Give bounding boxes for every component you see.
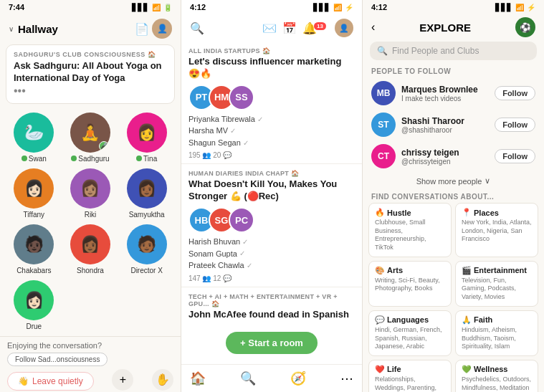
avatar-name: Director X: [130, 267, 162, 274]
avatar-circle: 🧑🏾: [127, 224, 167, 264]
topic-icon: 💚: [462, 365, 472, 374]
chevron-down-icon[interactable]: ∨: [9, 25, 14, 33]
enjoying-text: Enjoying the conversation?: [7, 341, 173, 350]
user-avatar-header[interactable]: 👤: [335, 19, 353, 37]
topic-card[interactable]: 💬 Languages Hindi, German, French, Spani…: [368, 310, 452, 356]
more-options-icon[interactable]: •••: [14, 85, 26, 97]
notifications-icon[interactable]: 🔔13: [302, 21, 329, 35]
topic-desc: Psychedelics, Outdoors, Mindfulness, Med…: [462, 376, 532, 392]
person-info: chrissy teigen @chrissyteigen: [401, 148, 489, 166]
follow-person-item: MB Marques Brownlee I make tech videos F…: [363, 77, 544, 109]
chat-stats: 195 👥 20 💬: [189, 151, 355, 159]
follow-button[interactable]: Follow: [495, 86, 535, 100]
avatar-item[interactable]: 🦢 Swan: [9, 113, 59, 163]
topic-card[interactable]: 🔥 Hustle Clubhouse, Small Business, Entr…: [368, 203, 452, 257]
avatar-name: Shondra: [77, 267, 104, 274]
topic-card[interactable]: 🎬 Entertainment Television, Fun, Gaming,…: [455, 261, 538, 307]
follow-button[interactable]: Follow: [495, 149, 535, 163]
topic-desc: Television, Fun, Gaming, Podcasts, Varie…: [462, 277, 532, 302]
chat-avatars-row: HBSGPC: [189, 207, 355, 233]
envelope-icon[interactable]: ✉️: [262, 21, 277, 35]
avatar-circle: 🧘 🎤: [70, 113, 110, 153]
document-icon[interactable]: 📄: [135, 22, 149, 36]
search-icon[interactable]: 🔍: [190, 21, 204, 35]
chat-group-title: What Doesn't Kill You, Makes You Stronge…: [189, 178, 355, 203]
chat-group-title: John McAfee found dead in Spanish prison: [189, 309, 355, 322]
add-button[interactable]: +: [112, 369, 133, 391]
people-list: MB Marques Brownlee I make tech videos F…: [363, 77, 544, 172]
home-icon[interactable]: 🏠: [190, 371, 206, 386]
club-title[interactable]: Ask Sadhguru: All About Yoga on Internat…: [14, 60, 167, 85]
chat-group[interactable]: ALL INDIA STARTUPS 🏠 Let's discuss influ…: [181, 42, 362, 164]
chat-panel: 4:12 ▋▋▋📶⚡ 🔍 ✉️ 📅 🔔13 👤 ALL INDIA STARTU…: [181, 0, 363, 392]
status-icons-1: ▋▋▋📶🔋: [132, 4, 172, 11]
club-banner: SADHGURU'S CLUB CONSCIOUSNESS 🏠 Ask Sadh…: [6, 44, 175, 104]
follow-button[interactable]: Follow: [495, 118, 535, 132]
avatar-name: Sadhguru: [71, 155, 109, 163]
topic-card[interactable]: 💚 Wellness Psychedelics, Outdoors, Mindf…: [455, 360, 538, 392]
avatar-item[interactable]: 🧑🏾 Director X: [121, 224, 172, 274]
chevron-down-icon: ∨: [485, 176, 490, 186]
hallway-header: ∨ Hallway 📄 👤: [0, 14, 181, 42]
search-footer-icon[interactable]: 🔍: [240, 371, 256, 386]
topic-title: 🎬 Entertainment: [462, 266, 532, 275]
chat-group[interactable]: TECH + AI + MATH + ENTERTAINMENT + VR + …: [181, 287, 362, 322]
avatar-item[interactable]: 🧑🏿 Chakabars: [9, 224, 59, 274]
topic-card[interactable]: 📍 Places New York, India, Atlanta, Londo…: [455, 203, 538, 257]
online-indicator: [71, 156, 77, 161]
person-info: Marques Brownlee I make tech videos: [401, 85, 489, 102]
calendar-icon[interactable]: 📅: [282, 21, 297, 35]
avatar-item[interactable]: 🧘 🎤 Sadhguru: [65, 113, 116, 163]
notification-badge: 13: [314, 22, 326, 30]
topic-icon: 🎬: [462, 266, 472, 275]
topic-icon: 💬: [375, 315, 385, 325]
chat-group-label: HUMAN DIARIES INDIA CHAPT 🏠: [189, 170, 355, 177]
start-room-button[interactable]: + Start a room: [226, 332, 318, 354]
topic-card[interactable]: 🎨 Arts Writing, Sci-Fi, Beauty, Photogra…: [368, 261, 452, 307]
topic-title: ❤️ Life: [375, 365, 445, 374]
chat-member-name: Sonam Gupta✓: [189, 248, 355, 260]
raise-hand-button[interactable]: ✋: [152, 369, 173, 391]
topic-icon: 🙏: [462, 315, 472, 325]
status-bar-2: 4:12 ▋▋▋📶⚡: [181, 0, 362, 14]
avatar-item[interactable]: 👩🏾 Shondra: [65, 224, 116, 274]
chat-avatars-row: PTHMSS: [189, 85, 355, 110]
footer-actions: 👋 Leave quietly + ✋: [7, 369, 173, 391]
explore-icon[interactable]: 🧭: [290, 371, 306, 386]
user-avatar-explore[interactable]: ⚽: [515, 17, 535, 37]
avatar-item[interactable]: 👩🏾 Samyuktha: [121, 168, 172, 219]
avatars-grid: 🦢 Swan 🧘 🎤 Sadhguru 👩 Tina 👩🏻: [0, 107, 181, 336]
chat-group-label: TECH + AI + MATH + ENTERTAINMENT + VR + …: [189, 293, 355, 307]
person-name: Marques Brownlee: [401, 85, 489, 95]
avatar-name: Riki: [85, 211, 97, 219]
explore-search-bar[interactable]: 🔍 Find People and Clubs: [370, 42, 537, 60]
chat-member-names: Harish Bhuvan✓Sonam Gupta✓Prateek Chawla…: [189, 236, 355, 272]
leave-quietly-button[interactable]: 👋 Leave quietly: [7, 372, 94, 391]
avatar-item[interactable]: 👩🏽 Riki: [65, 168, 116, 219]
avatar-header[interactable]: 👤: [152, 19, 172, 39]
chat-group[interactable]: HUMAN DIARIES INDIA CHAPT 🏠 What Doesn't…: [181, 164, 362, 287]
chat-member-names: Priyanka Tibrewala✓Harsha MV✓Shagun Sega…: [189, 113, 355, 149]
avatar-name: Samyuktha: [129, 211, 165, 219]
status-icons-3: ▋▋▋📶⚡: [495, 4, 535, 11]
topic-card[interactable]: 🙏 Faith Hinduism, Atheism, Buddhism, Tao…: [455, 310, 538, 356]
chat-footer: 🏠 🔍 🧭 ⋯: [181, 364, 362, 392]
avatar-item[interactable]: 👩 Tina: [121, 113, 172, 163]
follow-consciousness-button[interactable]: Follow Sad...onsciousness: [7, 353, 108, 366]
people-section-label: PEOPLE TO FOLLOW: [363, 64, 544, 77]
time-2: 4:12: [190, 3, 206, 11]
avatar-name: Tina: [136, 155, 157, 163]
avatar-item[interactable]: 👩🏻 Drue: [9, 280, 59, 330]
avatar-circle: 👩🏽: [70, 168, 110, 209]
explore-header: ‹ EXPLORE ⚽: [363, 14, 544, 42]
topic-desc: Clubhouse, Small Business, Entrepreneurs…: [375, 219, 445, 252]
apps-icon[interactable]: ⋯: [340, 371, 353, 386]
person-info: Shashi Tharoor @shashitharoor: [401, 116, 489, 134]
avatar-name: Swan: [22, 155, 47, 163]
avatar-item[interactable]: 👩🏻 Tiffany: [9, 168, 59, 219]
topic-card[interactable]: ❤️ Life Relationships, Weddings, Parenti…: [368, 360, 452, 392]
status-bar-3: 4:12 ▋▋▋📶⚡: [363, 0, 544, 14]
start-room-container: + Start a room: [181, 322, 362, 364]
topic-title: 💚 Wellness: [462, 365, 532, 374]
show-more-people-button[interactable]: Show more people ∨: [363, 173, 544, 188]
